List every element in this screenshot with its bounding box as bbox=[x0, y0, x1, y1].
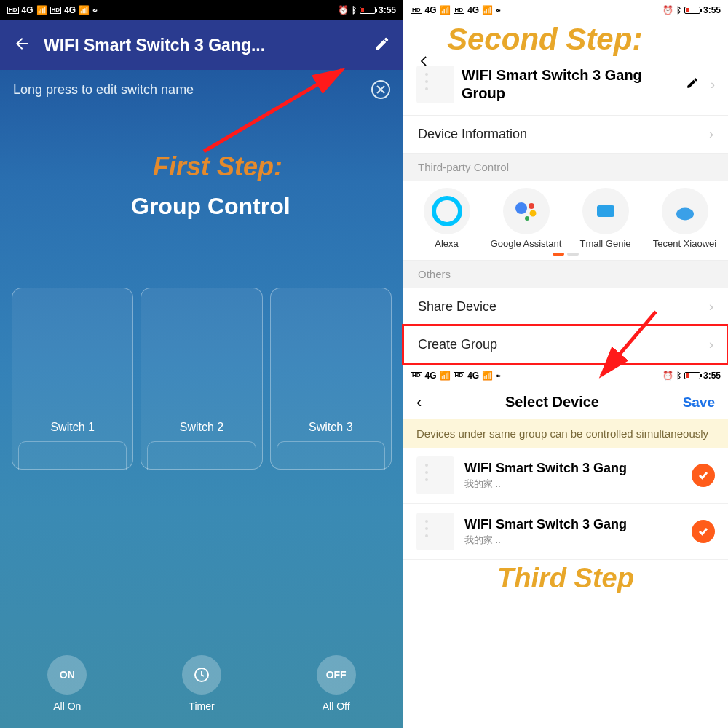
tmall-genie-icon bbox=[582, 188, 629, 234]
hint-text: Long press to edit switch name bbox=[13, 82, 194, 98]
network-label: 4G bbox=[22, 5, 33, 15]
annotation-group-control: Group Control bbox=[131, 193, 290, 220]
switch-label: Switch 2 bbox=[141, 421, 261, 434]
menu-create-group[interactable]: Create Group› bbox=[403, 325, 728, 363]
bottom-controls: ON All On Timer OFF All Off bbox=[0, 655, 403, 712]
screen-first-step: HD 4G 📶 HD 4G 📶 ⧜ ⏰ ᛒ 3:55 WIFI Smart Sw… bbox=[0, 0, 403, 728]
page-title: Select Device bbox=[505, 394, 599, 411]
status-bar: HD4G📶HD4G📶⧜ ⏰ᛒ3:55 bbox=[403, 365, 728, 386]
switch-card-2[interactable]: Switch 2 bbox=[141, 288, 262, 470]
svg-point-5 bbox=[529, 210, 536, 217]
chevron-right-icon: › bbox=[709, 337, 713, 352]
hd-icon: HD bbox=[50, 7, 62, 14]
switch-label: Switch 3 bbox=[271, 421, 391, 434]
integration-tecent-xiaowei[interactable]: Tecent Xiaowei bbox=[646, 188, 724, 250]
device-list-item[interactable]: WIFI Smart Switch 3 Gang我的家 .. bbox=[403, 504, 728, 560]
page-title: WIFI Smart Switch 3 Gang... bbox=[44, 36, 361, 55]
switch-card-1[interactable]: Switch 1 bbox=[12, 288, 133, 470]
back-icon[interactable] bbox=[13, 35, 31, 55]
back-icon[interactable]: ‹ bbox=[416, 393, 422, 412]
edit-icon[interactable] bbox=[374, 36, 390, 55]
timer-label: Timer bbox=[189, 700, 214, 712]
all-on-button[interactable]: ON All On bbox=[47, 655, 87, 712]
clock-time: 3:55 bbox=[379, 5, 396, 15]
app-header: WIFI Smart Switch 3 Gang... bbox=[0, 20, 403, 70]
device-list-item[interactable]: WIFI Smart Switch 3 Gang我的家 .. bbox=[403, 448, 728, 504]
check-icon[interactable] bbox=[692, 464, 715, 487]
tecent-xiaowei-icon bbox=[662, 188, 708, 234]
chevron-right-icon: › bbox=[709, 299, 713, 314]
annotation-third-step: Third Step bbox=[403, 560, 728, 594]
integration-alexa[interactable]: Alexa bbox=[408, 188, 486, 250]
switch-label: Switch 1 bbox=[12, 421, 132, 434]
integration-tmall-genie[interactable]: Tmall Genie bbox=[566, 188, 644, 250]
menu-device-information[interactable]: Device Information› bbox=[403, 115, 728, 153]
screen-third-step: HD4G📶HD4G📶⧜ ⏰ᛒ3:55 ‹ Select Device Save … bbox=[403, 365, 728, 595]
chevron-right-icon: › bbox=[709, 127, 713, 142]
alarm-icon: ⏰ bbox=[338, 5, 349, 15]
integrations-row: Alexa Google Assistant Tmall Genie Tecen… bbox=[403, 181, 728, 251]
check-icon[interactable] bbox=[692, 520, 715, 543]
integration-google-assistant[interactable]: Google Assistant bbox=[487, 188, 565, 250]
svg-point-6 bbox=[525, 216, 529, 221]
all-off-button[interactable]: OFF All Off bbox=[317, 655, 356, 712]
close-icon[interactable] bbox=[371, 80, 390, 99]
bluetooth-icon: ᛒ bbox=[352, 5, 357, 15]
svg-point-4 bbox=[529, 203, 534, 209]
hint-bar: Long press to edit switch name bbox=[0, 70, 403, 109]
device-header: WIFI Smart Switch 3 Gang Group › bbox=[403, 58, 728, 115]
battery-icon bbox=[360, 7, 376, 14]
section-others: Others bbox=[403, 260, 728, 288]
status-bar: HD 4G 📶 HD 4G 📶 ⧜ ⏰ ᛒ 3:55 bbox=[0, 0, 403, 20]
annotation-second-step: Second Step: bbox=[403, 20, 728, 58]
device-thumbnail bbox=[416, 513, 454, 550]
alexa-icon bbox=[424, 188, 470, 234]
all-off-label: All Off bbox=[323, 700, 350, 712]
svg-rect-7 bbox=[597, 205, 614, 217]
device-name: WIFI Smart Switch 3 Gang Group bbox=[462, 66, 678, 103]
wifi-icon: ⧜ bbox=[92, 5, 97, 15]
info-banner: Devices under same group can be controll… bbox=[403, 419, 728, 448]
screen-second-step: HD4G📶 HD4G📶 ⧜ ⏰ᛒ3:55 Second Step: WIFI S… bbox=[403, 0, 728, 728]
status-bar: HD4G📶 HD4G📶 ⧜ ⏰ᛒ3:55 bbox=[403, 0, 728, 20]
all-on-label: All On bbox=[53, 700, 81, 712]
hd-icon: HD bbox=[7, 7, 19, 14]
svg-point-2 bbox=[434, 198, 460, 224]
annotation-first-step: First Step: bbox=[153, 151, 282, 182]
device-thumbnail bbox=[416, 66, 454, 103]
save-button[interactable]: Save bbox=[683, 395, 715, 411]
edit-icon[interactable] bbox=[686, 76, 699, 92]
google-assistant-icon bbox=[503, 188, 550, 234]
menu-share-device[interactable]: Share Device› bbox=[403, 288, 728, 325]
timer-button[interactable]: Timer bbox=[182, 655, 221, 712]
svg-point-3 bbox=[515, 202, 527, 214]
switch-cards: Switch 1 Switch 2 Switch 3 bbox=[12, 288, 392, 470]
switch-card-3[interactable]: Switch 3 bbox=[270, 288, 392, 470]
network-label: 4G bbox=[64, 5, 76, 15]
chevron-right-icon: › bbox=[711, 77, 715, 92]
page-indicator bbox=[403, 251, 728, 260]
device-thumbnail bbox=[416, 456, 454, 494]
section-third-party: Third-party Control bbox=[403, 153, 728, 181]
